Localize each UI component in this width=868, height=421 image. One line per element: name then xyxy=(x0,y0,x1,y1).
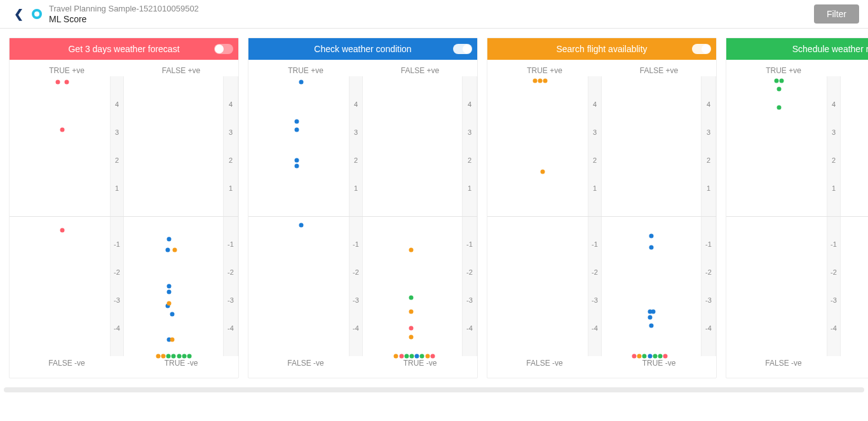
label-false-neg: FALSE -ve xyxy=(487,356,602,371)
axis-tick: 2 xyxy=(223,156,238,164)
data-point[interactable] xyxy=(294,119,299,123)
panel-toggle[interactable] xyxy=(214,44,233,54)
chart-area: TRUE +veFALSE +ve4321-1-2-3-44321-1-2-3-… xyxy=(10,60,238,378)
data-point[interactable] xyxy=(170,312,174,317)
data-point[interactable] xyxy=(409,326,413,331)
label-false-pos: FALSE +ve xyxy=(363,62,477,76)
data-point[interactable] xyxy=(642,354,647,359)
axis-tick: 3 xyxy=(827,128,841,136)
score-panel: Search flight availablityTRUE +veFALSE +… xyxy=(487,38,717,378)
data-point[interactable] xyxy=(172,248,177,252)
label-false-neg: FALSE -ve xyxy=(10,356,124,371)
axis-horizontal xyxy=(726,216,868,217)
logo-icon xyxy=(31,8,43,20)
data-point[interactable] xyxy=(172,354,176,359)
label-false-pos: FALSE +ve xyxy=(602,62,716,76)
data-point[interactable] xyxy=(182,354,186,359)
axis-tick: -4 xyxy=(701,324,716,332)
data-point[interactable] xyxy=(167,290,172,294)
data-point[interactable] xyxy=(166,354,171,359)
data-point[interactable] xyxy=(299,223,303,227)
axis-tick: -3 xyxy=(110,296,124,304)
back-icon[interactable]: ❮ xyxy=(9,4,29,24)
data-point[interactable] xyxy=(649,234,654,238)
data-point[interactable] xyxy=(165,248,170,252)
data-point[interactable] xyxy=(55,80,60,85)
data-point[interactable] xyxy=(167,237,172,241)
axis-tick: -2 xyxy=(462,268,477,276)
data-point[interactable] xyxy=(156,354,160,359)
data-point[interactable] xyxy=(776,105,781,109)
data-point[interactable] xyxy=(658,354,663,359)
data-point[interactable] xyxy=(294,127,299,132)
data-point[interactable] xyxy=(177,354,181,359)
axis-tick: 1 xyxy=(827,184,841,192)
filter-button[interactable]: Filter xyxy=(814,4,859,24)
data-point[interactable] xyxy=(409,295,413,300)
panel-header: Search flight availablity xyxy=(487,38,716,60)
label-true-neg: TRUE -ve xyxy=(602,356,716,371)
horizontal-scrollbar[interactable] xyxy=(4,387,864,392)
axis-tick: 2 xyxy=(588,156,602,164)
data-point[interactable] xyxy=(394,354,398,359)
data-point[interactable] xyxy=(543,78,548,83)
data-point[interactable] xyxy=(399,354,403,359)
data-point[interactable] xyxy=(653,354,657,359)
data-point[interactable] xyxy=(64,80,69,85)
axis-tick: 4 xyxy=(588,100,602,108)
axis-tick: 3 xyxy=(349,128,363,136)
axis-tick: -1 xyxy=(349,240,363,248)
data-point[interactable] xyxy=(776,87,781,92)
data-point[interactable] xyxy=(648,354,652,359)
data-point[interactable] xyxy=(532,78,537,83)
data-point[interactable] xyxy=(651,309,656,314)
data-point[interactable] xyxy=(294,158,299,163)
data-point[interactable] xyxy=(649,323,654,328)
data-point[interactable] xyxy=(415,354,419,359)
data-point[interactable] xyxy=(187,354,191,359)
data-point[interactable] xyxy=(540,169,545,174)
axis-tick: 4 xyxy=(223,100,238,108)
data-point[interactable] xyxy=(409,354,414,359)
axis-tick: -3 xyxy=(827,296,841,304)
data-point[interactable] xyxy=(294,164,299,169)
chart-area: TRUE +veFALSE +ve4321-1-2-3-44321-1-2-3-… xyxy=(248,60,477,378)
panel-toggle[interactable] xyxy=(692,44,711,54)
axis-tick: -4 xyxy=(223,324,238,332)
svg-point-0 xyxy=(33,10,41,18)
scatter-plot: 4321-1-2-3-44321-1-2-3-4 xyxy=(726,76,868,356)
data-point[interactable] xyxy=(161,354,165,359)
axis-tick: 3 xyxy=(462,128,477,136)
data-point[interactable] xyxy=(167,301,172,305)
axis-tick: 3 xyxy=(223,128,238,136)
data-point[interactable] xyxy=(663,354,668,359)
data-point[interactable] xyxy=(404,354,409,359)
label-false-pos: FALSE +ve xyxy=(124,62,238,76)
data-point[interactable] xyxy=(779,78,783,83)
data-point[interactable] xyxy=(60,127,64,132)
label-false-neg: FALSE -ve xyxy=(248,356,363,371)
data-point[interactable] xyxy=(409,309,413,314)
data-point[interactable] xyxy=(409,335,413,339)
data-point[interactable] xyxy=(648,315,652,319)
axis-tick: -2 xyxy=(701,268,716,276)
data-point[interactable] xyxy=(420,354,424,359)
data-point[interactable] xyxy=(637,354,642,359)
data-point[interactable] xyxy=(60,228,64,233)
data-point[interactable] xyxy=(299,80,303,85)
data-point[interactable] xyxy=(170,337,174,342)
panel-title: Search flight availablity xyxy=(556,44,647,54)
data-point[interactable] xyxy=(425,354,430,359)
data-point[interactable] xyxy=(538,78,542,83)
data-point[interactable] xyxy=(409,248,413,252)
panel-toggle[interactable] xyxy=(453,44,472,54)
data-point[interactable] xyxy=(774,78,778,83)
data-point[interactable] xyxy=(430,354,435,359)
axis-tick: -1 xyxy=(588,240,602,248)
data-point[interactable] xyxy=(649,245,654,249)
data-point[interactable] xyxy=(167,284,172,289)
data-point[interactable] xyxy=(632,354,636,359)
axis-tick: 4 xyxy=(827,100,841,108)
axis-tick: -2 xyxy=(827,268,841,276)
score-panel: Check weather conditionTRUE +veFALSE +ve… xyxy=(248,38,478,378)
